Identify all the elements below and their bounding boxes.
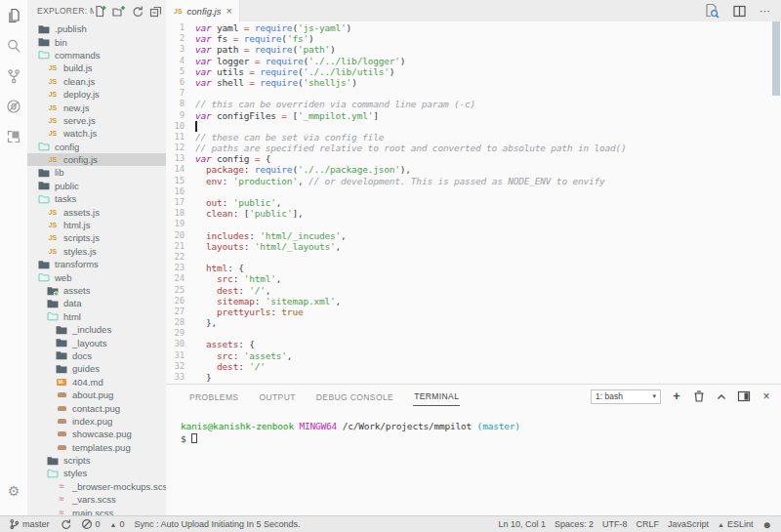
line-number: 7 xyxy=(166,88,195,99)
tree-item-main-scss[interactable]: ≈main.scss xyxy=(27,506,166,515)
folder-open-icon xyxy=(46,311,60,321)
close-panel-icon[interactable]: × xyxy=(760,389,773,403)
status-git-branch[interactable]: master xyxy=(9,518,50,530)
code-line: 4var logger = require('./../lib/logger') xyxy=(166,56,781,66)
tree-item-serve-js[interactable]: JSserve.js xyxy=(27,114,166,127)
tree-item-web[interactable]: web xyxy=(27,270,166,283)
tree-item-public[interactable]: public xyxy=(27,180,166,192)
tree-item-commands[interactable]: commands xyxy=(27,49,166,61)
tree-item--publish[interactable]: .publish xyxy=(27,22,166,35)
tree-item-tasks[interactable]: tasks xyxy=(27,192,166,205)
code-text: } xyxy=(195,372,212,383)
code-line: 18 clean: ['public'], xyxy=(166,208,781,219)
tree-item-html[interactable]: html xyxy=(27,310,166,323)
tree-item--browser-mockups-scss[interactable]: ≈_browser-mockups.scss xyxy=(27,480,166,493)
tree-item--includes[interactable]: _includes xyxy=(27,323,166,336)
tree-item-docs[interactable]: docs xyxy=(27,349,166,362)
code-line: 30 assets: { xyxy=(166,339,781,349)
tab-config-js[interactable]: JS config.js × xyxy=(166,0,240,21)
tree-item-new-js[interactable]: JSnew.js xyxy=(27,101,166,113)
status-cursor-position[interactable]: Ln 10, Col 1 xyxy=(498,519,546,529)
tree-item-assets[interactable]: assets xyxy=(27,284,166,297)
tree-item-scripts-js[interactable]: JSscripts.js xyxy=(27,231,166,244)
status-errors[interactable]: 0 xyxy=(81,518,101,530)
new-file-icon[interactable] xyxy=(94,5,106,18)
status-feedback[interactable]: ☻ xyxy=(761,519,772,530)
tree-item-assets-js[interactable]: JSassets.js xyxy=(27,205,166,218)
tree-item-bin[interactable]: bin xyxy=(27,35,166,48)
tree-item-contact-pug[interactable]: contact.pug xyxy=(27,401,166,414)
status-eslint[interactable]: ▲ESLint xyxy=(718,519,753,529)
panel-tab-debug-console[interactable]: DEBUG CONSOLE xyxy=(315,388,394,406)
code-text: layouts: 'html/_layouts', xyxy=(195,241,341,252)
tree-item-showcase-pug[interactable]: showcase.pug xyxy=(27,428,166,440)
status-language-mode[interactable]: JavaScript xyxy=(668,519,709,529)
status-warnings[interactable]: ▲0 xyxy=(110,519,125,529)
terminal-selector-value: 1: bash xyxy=(596,391,623,401)
extensions-icon xyxy=(6,129,21,144)
tree-item-styles[interactable]: styles xyxy=(27,467,166,479)
activity-settings[interactable]: ⚙ xyxy=(2,479,25,503)
tree-item-styles-js[interactable]: JSstyles.js xyxy=(27,245,166,258)
folder-icon xyxy=(46,299,60,308)
tree-item-guides[interactable]: guides xyxy=(27,362,166,375)
scss-icon: ≈ xyxy=(55,495,68,504)
tree-item--vars-scss[interactable]: ≈_vars.scss xyxy=(27,493,166,506)
status-indentation[interactable]: Spaces: 2 xyxy=(555,519,594,529)
status-sync-status[interactable]: Sync : Auto Upload Initiating In 5 Secon… xyxy=(134,519,300,529)
editor-scrollbar[interactable] xyxy=(772,21,780,96)
refresh-icon[interactable] xyxy=(131,5,144,18)
kill-terminal-icon[interactable] xyxy=(692,389,706,403)
tree-item-watch-js[interactable]: JSwatch.js xyxy=(27,127,166,140)
tree-item-data[interactable]: data xyxy=(27,297,166,309)
tree-item-404-md[interactable]: M↓404.md xyxy=(27,376,166,389)
activity-search[interactable] xyxy=(2,34,25,58)
tree-item-html-js[interactable]: JShtml.js xyxy=(27,219,166,231)
panel-tab-terminal[interactable]: TERMINAL xyxy=(413,387,460,406)
more-actions-icon[interactable]: ⋯ xyxy=(760,5,771,18)
warning-icon: ▲ xyxy=(110,519,117,529)
status-eol[interactable]: CRLF xyxy=(636,519,659,529)
tree-item-deploy-js[interactable]: JSdeploy.js xyxy=(27,88,166,101)
code-editor[interactable]: 1var yaml = require('js-yaml')2var fs = … xyxy=(166,21,781,384)
tree-item-index-pug[interactable]: index.pug xyxy=(27,415,166,428)
tree-item-config-js[interactable]: JSconfig.js xyxy=(27,153,166,166)
tree-item-scripts[interactable]: scripts xyxy=(27,454,166,467)
new-terminal-icon[interactable]: + xyxy=(670,389,683,403)
activity-source-control[interactable] xyxy=(2,64,25,88)
folder-dot-icon xyxy=(46,286,60,296)
tree-item-templates-pug[interactable]: templates.pug xyxy=(27,441,166,454)
tree-item-build-js[interactable]: JSbuild.js xyxy=(27,61,166,74)
panel-controls: 1: bash ▾ +× xyxy=(591,389,773,404)
panel-header: PROBLEMSOUTPUTDEBUG CONSOLETERMINAL 1: b… xyxy=(166,385,781,408)
activity-explorer[interactable] xyxy=(2,4,25,27)
tree-item-clean-js[interactable]: JSclean.js xyxy=(27,75,166,88)
terminal-line: kanis@kanishk-zenbook MINGW64 /c/Work/pr… xyxy=(181,420,781,432)
open-preview-icon[interactable] xyxy=(704,3,719,19)
tree-item--layouts[interactable]: _layouts xyxy=(27,336,166,348)
panel-tab-problems[interactable]: PROBLEMS xyxy=(188,388,239,406)
tab-close-icon[interactable]: × xyxy=(226,6,231,16)
new-folder-icon[interactable] xyxy=(112,5,125,18)
line-number: 1 xyxy=(166,22,195,33)
panel-tab-output[interactable]: OUTPUT xyxy=(258,388,296,406)
tree-item-config[interactable]: config xyxy=(27,141,166,153)
move-panel-icon[interactable] xyxy=(737,389,751,403)
tree-item-transforms[interactable]: transforms xyxy=(27,258,166,270)
code-line: 14 package: require('./../package.json')… xyxy=(166,164,781,175)
terminal-output[interactable]: kanis@kanishk-zenbook MINGW64 /c/Work/pr… xyxy=(166,408,781,515)
split-editor-icon[interactable] xyxy=(732,4,747,19)
line-number: 5 xyxy=(166,66,195,77)
tree-item-about-pug[interactable]: about.pug xyxy=(27,389,166,401)
terminal-selector[interactable]: 1: bash ▾ xyxy=(591,389,661,404)
activity-extensions[interactable] xyxy=(2,125,25,148)
status-indentation-label: Spaces: 2 xyxy=(555,519,594,529)
tree-item-label: data xyxy=(63,298,82,308)
activity-debug[interactable] xyxy=(2,95,25,118)
status-encoding[interactable]: UTF-8 xyxy=(602,519,628,529)
maximize-panel-icon[interactable] xyxy=(715,389,728,403)
tree-item-lib[interactable]: lib xyxy=(27,166,166,179)
code-text: html: { xyxy=(195,263,244,273)
status-sync[interactable] xyxy=(60,518,71,530)
collapse-icon[interactable] xyxy=(149,5,162,18)
